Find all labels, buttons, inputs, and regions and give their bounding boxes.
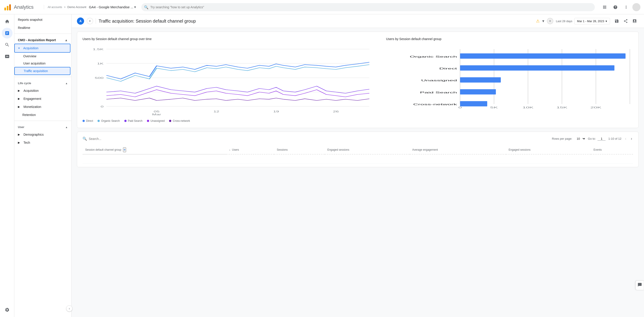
svg-rect-31 xyxy=(460,65,614,71)
report-title: Traffic acquisition: Session default cha… xyxy=(98,19,533,24)
expand-icon: ▾ xyxy=(18,47,20,50)
nav-lc-engagement[interactable]: ▶ Engagement xyxy=(14,95,70,103)
breadcrumb-all-accounts[interactable]: All accounts xyxy=(48,6,62,9)
lifecycle-chevron-up-icon: ▲ xyxy=(65,82,68,85)
next-page-button[interactable]: › xyxy=(630,135,633,142)
nav-reports-snapshot-label: Reports snapshot xyxy=(18,18,42,22)
breadcrumb-demo-account[interactable]: Demo Account xyxy=(67,5,86,9)
col-header-channel-group: Session default channel group + xyxy=(82,146,226,154)
expand-icon: ▶ xyxy=(18,105,20,108)
sort-icon: ↓ xyxy=(229,148,230,151)
sidebar-item-advertising[interactable] xyxy=(2,51,12,62)
charts-section: Users by Session default channel group o… xyxy=(77,32,639,128)
report-title-dropdown-button[interactable]: ▾ xyxy=(542,19,544,24)
cmo-chevron-up-icon: ▲ xyxy=(64,38,68,42)
save-report-button[interactable] xyxy=(613,17,621,25)
nav-lc-engagement-label: Engagement xyxy=(24,97,41,101)
help-icon-button[interactable] xyxy=(611,3,620,12)
legend-organic[interactable]: Organic Search xyxy=(98,119,120,122)
page-range: 1-10 of 12 xyxy=(608,137,622,140)
nav-u-tech[interactable]: ▶ Tech xyxy=(14,139,70,147)
nav-lc-monetization-label: Monetization xyxy=(24,105,41,109)
header-actions xyxy=(600,3,640,12)
user-avatar[interactable] xyxy=(632,3,640,11)
svg-text:12: 12 xyxy=(214,110,219,113)
svg-text:Mar: Mar xyxy=(152,113,161,116)
nav-divider-1 xyxy=(14,34,71,34)
legend-crossnetwork[interactable]: Cross-network xyxy=(169,119,190,122)
col-header-engaged-sessions2[interactable]: Engaged sessions xyxy=(506,146,591,154)
svg-text:15K: 15K xyxy=(556,106,568,109)
share-report-button[interactable] xyxy=(622,17,630,25)
more-icon-button[interactable] xyxy=(622,3,630,12)
property-dropdown[interactable]: GA4 - Google Merchandise ... ▾ xyxy=(87,5,136,9)
apps-icon-button[interactable] xyxy=(600,3,609,12)
search-input[interactable] xyxy=(141,3,595,11)
calendar-chevron-icon: ▾ xyxy=(606,20,607,23)
icon-sidebar xyxy=(0,14,14,317)
sidebar-item-reports[interactable] xyxy=(2,28,12,39)
search-bar: 🔍 xyxy=(141,3,595,11)
nav-traffic-acquisition[interactable]: Traffic acquisition xyxy=(14,67,70,75)
nav-user-acquisition[interactable]: User acquisition xyxy=(14,60,70,67)
nav-acquisition[interactable]: ▾ Acquisition xyxy=(14,44,70,53)
date-range-picker[interactable]: Mar 1 - Mar 28, 2023 ▾ xyxy=(574,18,610,25)
table-search-input[interactable] xyxy=(89,137,134,141)
svg-text:5K: 5K xyxy=(490,106,498,109)
nav-lc-acquisition[interactable]: ▶ Acquisition xyxy=(14,87,70,95)
date-label: Last 28 days xyxy=(556,20,572,23)
sidebar-item-explore[interactable] xyxy=(2,39,12,50)
col-header-engaged-sessions[interactable]: Engaged sessions xyxy=(325,146,410,154)
nav-realtime[interactable]: Realtime xyxy=(14,24,70,32)
col-header-avg-engagement[interactable]: Average engagement xyxy=(410,146,506,154)
svg-text:26: 26 xyxy=(333,110,339,113)
feedback-button[interactable] xyxy=(636,280,644,290)
nav-u-tech-label: Tech xyxy=(24,141,30,144)
nav-divider-2 xyxy=(14,77,71,77)
col-header-sessions[interactable]: Sessions xyxy=(274,146,325,154)
cmo-section-header[interactable]: CMO - Acquisition Report ▲ xyxy=(14,36,71,44)
go-to-input[interactable] xyxy=(598,137,606,141)
lifecycle-group-header[interactable]: Life cycle ▲ xyxy=(14,79,71,87)
nav-overview[interactable]: Overview xyxy=(14,53,70,60)
sidebar-item-admin[interactable] xyxy=(2,304,12,315)
top-header: Analytics All accounts > Demo Account GA… xyxy=(0,0,644,14)
nav-reports-snapshot[interactable]: Reports snapshot xyxy=(14,14,70,24)
rows-per-page-label: Rows per page: xyxy=(552,137,572,140)
add-report-button[interactable]: + xyxy=(87,18,93,24)
user-group-header[interactable]: User ▲ xyxy=(14,123,71,131)
nav-u-demographics[interactable]: ▶ Demographics xyxy=(14,131,70,139)
col-header-events[interactable]: Events xyxy=(591,146,633,154)
legend-unassigned[interactable]: Unassigned xyxy=(147,119,164,122)
svg-text:0: 0 xyxy=(100,105,104,108)
data-table: Session default channel group + ↓ Users … xyxy=(82,146,633,163)
line-chart-title: Users by Session default channel group o… xyxy=(82,37,379,41)
analytics-logo-icon xyxy=(4,3,12,11)
warning-icon: ⚠ xyxy=(536,19,540,24)
chart-row: Users by Session default channel group o… xyxy=(82,37,633,122)
lifecycle-label: Life cycle xyxy=(18,82,31,85)
table-section: 🔍 Rows per page: 10 25 50 ▾ Go to: 1 xyxy=(77,132,639,167)
chevron-down-icon: ▾ xyxy=(542,19,544,24)
nav-lc-retention[interactable]: Retention xyxy=(14,111,70,119)
account-nav: All accounts > Demo Account GA4 - Google… xyxy=(44,5,136,9)
sidebar-item-home[interactable] xyxy=(2,16,12,27)
legend-direct-label: Direct xyxy=(86,119,93,122)
svg-rect-1 xyxy=(7,6,8,10)
svg-rect-37 xyxy=(460,101,488,106)
insights-button[interactable] xyxy=(630,17,639,25)
legend-direct[interactable]: Direct xyxy=(82,119,93,122)
add-column-button[interactable]: + xyxy=(123,147,126,152)
nav-lc-monetization[interactable]: ▶ Monetization xyxy=(14,103,70,111)
report-header-divider xyxy=(96,18,96,24)
add-comparison-button[interactable]: + xyxy=(547,18,553,24)
svg-rect-2 xyxy=(9,4,11,10)
prev-page-button[interactable]: ‹ xyxy=(624,135,627,142)
sidebar-collapse-button[interactable]: ‹ xyxy=(66,305,72,312)
legend-paid[interactable]: Paid Search xyxy=(124,119,142,122)
nav-u-demographics-label: Demographics xyxy=(24,133,44,136)
bar-chart-svg: 0 5K 10K 15K 20K Organic Search Direct U… xyxy=(386,44,633,116)
app-title: Analytics xyxy=(14,4,34,10)
nav-user-acquisition-label: User acquisition xyxy=(23,62,46,65)
col-header-users[interactable]: ↓ Users xyxy=(226,146,274,154)
